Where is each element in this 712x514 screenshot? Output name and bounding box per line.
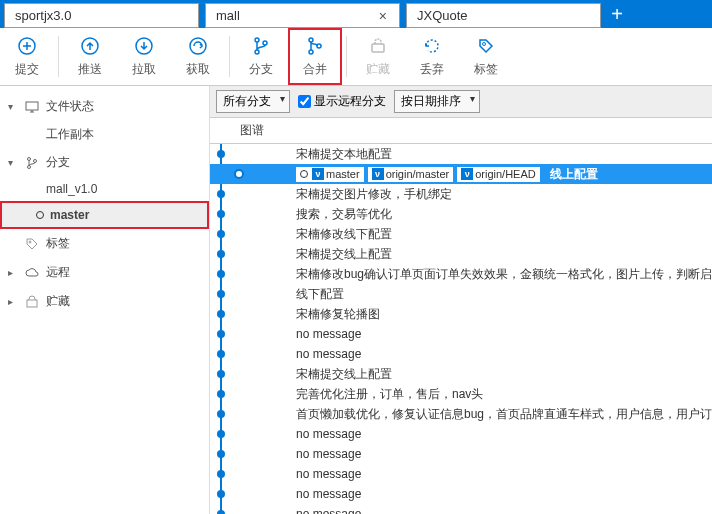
push-icon [79, 35, 101, 57]
branch-filter-dropdown[interactable]: 所有分支 [216, 90, 290, 113]
close-icon[interactable]: × [377, 8, 389, 24]
svg-point-7 [309, 38, 313, 42]
commit-node-icon [214, 287, 228, 301]
commit-row[interactable]: no message [210, 424, 712, 444]
stash-button[interactable]: 贮藏 [351, 28, 405, 85]
sidebar-branch-item[interactable]: mall_v1.0 [0, 177, 209, 201]
fetch-button[interactable]: 获取 [171, 28, 225, 85]
commit-row[interactable]: no message [210, 444, 712, 464]
svg-point-5 [255, 50, 259, 54]
commit-row[interactable]: 宋楠提交线上配置 [210, 244, 712, 264]
svg-point-6 [263, 41, 267, 45]
repo-tab-active[interactable]: mall× [205, 3, 400, 28]
monitor-icon [24, 99, 40, 115]
svg-rect-12 [26, 102, 38, 110]
commit-node-icon [214, 447, 228, 461]
chevron-down-icon: ▾ [8, 157, 18, 168]
commit-list: 宋楠提交本地配置νmasterνorigin/masterνorigin/HEA… [210, 144, 712, 514]
commit-row[interactable]: no message [210, 484, 712, 504]
commit-button[interactable]: 提交 [0, 28, 54, 85]
stash-icon [24, 294, 40, 310]
sidebar-section-file-status[interactable]: ▾ 文件状态 [0, 92, 209, 121]
commit-node-icon [214, 467, 228, 481]
discard-button[interactable]: 丢弃 [405, 28, 459, 85]
commit-message: 宋楠修改线下配置 [228, 226, 392, 243]
sidebar-section-stashes[interactable]: ▸ 贮藏 [0, 287, 209, 316]
commit-row[interactable]: no message [210, 504, 712, 514]
svg-point-15 [34, 159, 37, 162]
branch-badge: νmaster [296, 167, 364, 182]
tag-button[interactable]: 标签 [459, 28, 513, 85]
sidebar-item-working-copy[interactable]: 工作副本 [0, 121, 209, 148]
sidebar-label: 远程 [46, 264, 70, 281]
svg-point-13 [28, 157, 31, 160]
commit-row[interactable]: 宋楠提交本地配置 [210, 144, 712, 164]
commit-node-icon [214, 507, 228, 514]
commit-row[interactable]: 宋楠提交图片修改，手机绑定 [210, 184, 712, 204]
commit-node-icon [232, 167, 246, 181]
commit-message: no message [228, 487, 361, 501]
sidebar-section-tags[interactable]: ▸ 标签 [0, 229, 209, 258]
remote-badge: νorigin/HEAD [457, 167, 540, 182]
commit-message: 宋楠提交线上配置 [228, 246, 392, 263]
commit-row[interactable]: 宋楠修复轮播图 [210, 304, 712, 324]
chevron-down-icon: ▾ [8, 101, 18, 112]
commit-node-icon [214, 307, 228, 321]
pull-icon [133, 35, 155, 57]
commit-node-icon [214, 327, 228, 341]
commit-node-icon [214, 367, 228, 381]
merge-button[interactable]: 合并 [288, 28, 342, 85]
repo-tab[interactable]: sportjx3.0 [4, 3, 199, 28]
commit-message: 宋楠修复轮播图 [228, 306, 380, 323]
commit-message: 搜索，交易等优化 [228, 206, 392, 223]
commit-node-icon [214, 267, 228, 281]
commit-message: no message [228, 427, 361, 441]
discard-icon [421, 35, 443, 57]
sort-dropdown[interactable]: 按日期排序 [394, 90, 480, 113]
stash-icon [367, 35, 389, 57]
chevron-right-icon: ▸ [8, 296, 18, 307]
commit-message: 线下配置 [228, 286, 344, 303]
sidebar-section-branches[interactable]: ▾ 分支 [0, 148, 209, 177]
branch-button[interactable]: 分支 [234, 28, 288, 85]
commit-row[interactable]: 宋楠修改线下配置 [210, 224, 712, 244]
sidebar-section-remotes[interactable]: ▸ 远程 [0, 258, 209, 287]
commit-row[interactable]: no message [210, 464, 712, 484]
tag-icon [24, 236, 40, 252]
commit-row[interactable]: 完善优化注册，订单，售后，nav头 [210, 384, 712, 404]
sidebar-label: master [50, 208, 89, 222]
sidebar: ▾ 文件状态 工作副本 ▾ 分支 mall_v1.0 master ▸ 标签 [0, 86, 210, 514]
fetch-icon [187, 35, 209, 57]
commit-message: 宋楠提交图片修改，手机绑定 [228, 186, 452, 203]
repo-tab[interactable]: JXQuote [406, 3, 601, 28]
svg-point-16 [29, 241, 31, 243]
svg-point-11 [483, 43, 486, 46]
commit-row[interactable]: 宋楠修改bug确认订单页面订单失效效果，金额统一格式化，图片上传，判断启 [210, 264, 712, 284]
commit-row[interactable]: no message [210, 344, 712, 364]
svg-point-14 [28, 165, 31, 168]
commit-row[interactable]: νmasterνorigin/masterνorigin/HEAD线上配置 [210, 164, 712, 184]
commit-row[interactable]: 宋楠提交线上配置 [210, 364, 712, 384]
push-button[interactable]: 推送 [63, 28, 117, 85]
add-tab-button[interactable]: + [603, 0, 631, 28]
commit-node-icon [214, 407, 228, 421]
pull-button[interactable]: 拉取 [117, 28, 171, 85]
svg-point-4 [255, 38, 259, 42]
branch-icon [250, 35, 272, 57]
commit-row[interactable]: 搜索，交易等优化 [210, 204, 712, 224]
commit-node-icon [214, 207, 228, 221]
commit-message: 宋楠提交线上配置 [228, 366, 392, 383]
commit-row[interactable]: 首页懒加载优化，修复认证信息bug，首页品牌直通车样式，用户信息，用户订 [210, 404, 712, 424]
commit-row[interactable]: 线下配置 [210, 284, 712, 304]
commit-row[interactable]: no message [210, 324, 712, 344]
commit-node-icon [214, 387, 228, 401]
sidebar-label: 分支 [46, 154, 70, 171]
sidebar-label: 贮藏 [46, 293, 70, 310]
svg-point-8 [309, 50, 313, 54]
cloud-icon [24, 265, 40, 281]
tag-icon [475, 35, 497, 57]
filter-bar: 所有分支 显示远程分支 按日期排序 [210, 86, 712, 118]
sidebar-branch-item-current[interactable]: master [0, 201, 209, 229]
commit-message: no message [228, 327, 361, 341]
show-remote-checkbox[interactable]: 显示远程分支 [298, 93, 386, 110]
